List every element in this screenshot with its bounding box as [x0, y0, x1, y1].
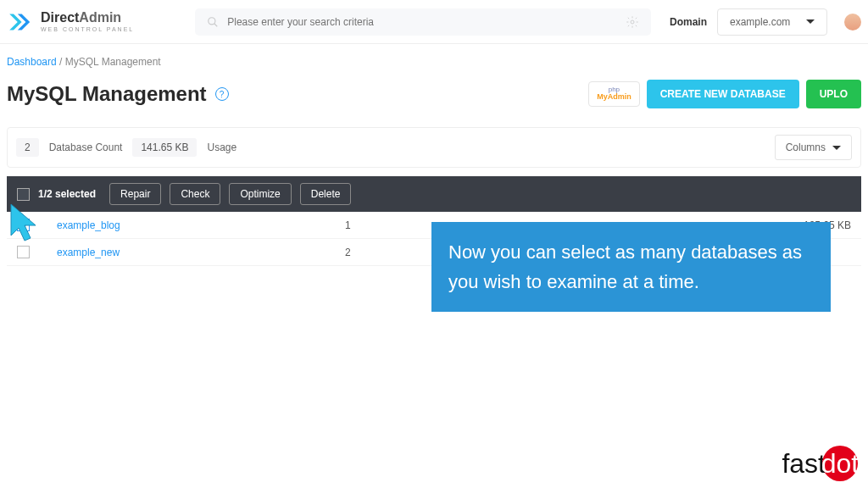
domain-value: example.com	[730, 16, 790, 28]
check-button[interactable]: Check	[170, 183, 220, 205]
search-icon	[207, 16, 219, 28]
cursor-arrow-icon	[8, 202, 43, 244]
breadcrumb-root[interactable]: Dashboard	[7, 56, 57, 68]
row-checkbox[interactable]	[17, 246, 30, 258]
db-count-badge: 2	[16, 138, 39, 157]
page-title: MySQL Management	[7, 82, 207, 106]
phpmyadmin-button[interactable]: php MyAdmin	[588, 81, 640, 108]
selected-count: 1/2 selected	[38, 188, 96, 200]
page-header: MySQL Management ? php MyAdmin CREATE NE…	[0, 73, 868, 124]
create-database-button[interactable]: CREATE NEW DATABASE	[647, 80, 799, 108]
phpmyadmin-myadmin: MyAdmin	[597, 92, 632, 101]
breadcrumb: Dashboard / MySQL Management	[0, 44, 868, 73]
select-all-checkbox[interactable]	[17, 188, 30, 201]
domain-select[interactable]: example.com	[717, 8, 827, 36]
brand-admin: Admin	[79, 10, 121, 25]
logo-text: DirectAdmin WEB CONTROL PANEL	[41, 11, 134, 32]
table-toolbar: 1/2 selected Repair Check Optimize Delet…	[7, 176, 861, 212]
avatar[interactable]	[844, 14, 861, 30]
optimize-button[interactable]: Optimize	[229, 183, 291, 205]
brand-sub: WEB CONTROL PANEL	[41, 26, 134, 32]
brand-logo[interactable]: DirectAdmin WEB CONTROL PANEL	[7, 8, 134, 36]
svg-point-0	[209, 17, 215, 24]
search-box[interactable]	[195, 8, 651, 36]
domain-label: Domain	[670, 16, 707, 28]
upload-button[interactable]: UPLO	[806, 80, 861, 108]
repair-button[interactable]: Repair	[109, 183, 161, 205]
columns-label: Columns	[786, 141, 826, 153]
gear-icon[interactable]	[626, 15, 639, 29]
usage-badge: 141.65 KB	[132, 138, 197, 157]
fastdot-fast: fast	[782, 448, 826, 480]
logo-icon	[7, 8, 34, 36]
brand-direct: Direct	[41, 10, 79, 25]
svg-point-2	[631, 20, 634, 24]
svg-line-1	[214, 23, 218, 26]
chevron-down-icon	[806, 19, 815, 24]
tutorial-tooltip: Now you can select as many databases as …	[431, 222, 831, 312]
fastdot-watermark: fast dot	[782, 446, 858, 481]
usage-label: Usage	[207, 141, 236, 153]
db-name-link[interactable]: example_blog	[57, 219, 345, 231]
help-icon[interactable]: ?	[215, 87, 229, 101]
fastdot-dot: dot	[822, 446, 858, 481]
topbar: DirectAdmin WEB CONTROL PANEL Domain exa…	[0, 0, 868, 44]
columns-button[interactable]: Columns	[775, 135, 852, 160]
stats-panel: 2 Database Count 141.65 KB Usage Columns	[7, 127, 861, 168]
search-input[interactable]	[227, 16, 617, 28]
db-count-label: Database Count	[49, 141, 123, 153]
delete-button[interactable]: Delete	[300, 183, 352, 205]
breadcrumb-sep: /	[57, 56, 65, 68]
db-name-link[interactable]: example_new	[57, 247, 345, 258]
breadcrumb-current: MySQL Management	[65, 56, 161, 68]
chevron-down-icon	[832, 146, 841, 150]
